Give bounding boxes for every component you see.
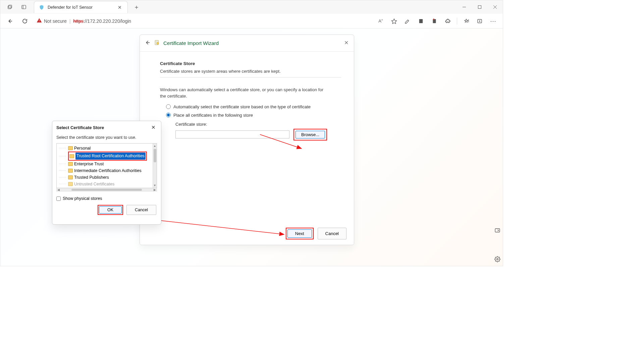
favorites-list-icon[interactable] bbox=[461, 15, 472, 27]
tree-item-trusted-root[interactable]: ⋯⋯Trusted Root Certification Authorities bbox=[59, 152, 153, 161]
certificate-store-input[interactable] bbox=[175, 130, 289, 138]
title-bar: Defender for IoT Sensor ✕ ＋ bbox=[0, 0, 503, 14]
tree-item-label: Intermediate Certification Authorities bbox=[74, 167, 142, 174]
browse-button[interactable]: Browse... bbox=[296, 131, 325, 138]
wizard-intro-text: Windows can automatically select a certi… bbox=[160, 87, 328, 100]
tree-item-trusted-publishers[interactable]: ⋯⋯Trusted Publishers bbox=[59, 174, 153, 181]
scroll-right-arrow-icon[interactable]: ▶ bbox=[154, 188, 156, 191]
tab-favicon-shield-icon bbox=[39, 5, 44, 10]
scroll-thumb-h[interactable] bbox=[71, 189, 142, 191]
svg-marker-9 bbox=[392, 19, 397, 23]
refresh-button[interactable] bbox=[19, 15, 31, 27]
wizard-body: Certificate Store Certificate stores are… bbox=[140, 52, 354, 140]
more-menu-icon[interactable]: ⋯ bbox=[487, 15, 499, 27]
selcert-title: Select Certificate Store bbox=[56, 125, 104, 130]
certificate-store-row: Browse... bbox=[175, 129, 340, 140]
maximize-button[interactable] bbox=[472, 0, 487, 14]
tab-title: Defender for IoT Sensor bbox=[48, 5, 113, 10]
show-physical-stores-row[interactable]: Show physical stores bbox=[56, 196, 157, 201]
selcert-header: Select Certificate Store ✕ bbox=[52, 121, 161, 134]
browser-tab[interactable]: Defender for IoT Sensor ✕ bbox=[34, 1, 128, 13]
address-bar[interactable]: Not secure | https://172.20.220.220/logi… bbox=[34, 18, 372, 24]
wizard-close-icon[interactable]: ✕ bbox=[342, 39, 350, 46]
warning-triangle-icon bbox=[37, 18, 42, 24]
selcert-cancel-button[interactable]: Cancel bbox=[126, 205, 156, 215]
radio-place[interactable] bbox=[166, 113, 171, 117]
show-physical-stores-checkbox[interactable] bbox=[56, 196, 61, 201]
option-auto-row[interactable]: Automatically select the certificate sto… bbox=[166, 104, 340, 109]
folder-icon bbox=[69, 154, 74, 158]
app-guard-icon[interactable] bbox=[474, 15, 485, 27]
window-controls bbox=[457, 0, 503, 14]
radio-auto[interactable] bbox=[166, 104, 171, 109]
url-text: https://172.20.220.220/login bbox=[73, 18, 131, 24]
tree-item-untrusted[interactable]: ⋯⋯Untrusted Certificates bbox=[59, 181, 153, 187]
favorites-star-icon[interactable] bbox=[388, 15, 400, 27]
toolbar-right-icons: A» ⋯ bbox=[375, 15, 499, 27]
minimize-button[interactable] bbox=[457, 0, 472, 14]
edit-pencil-icon[interactable] bbox=[402, 15, 413, 27]
next-emphasis-box: Next bbox=[286, 228, 314, 239]
cert-store-tree-inner[interactable]: ⋯⋯Personal ⋯⋯Trusted Root Certification … bbox=[57, 144, 153, 188]
option-place-row[interactable]: Place all certificates in the following … bbox=[166, 113, 340, 118]
folder-icon bbox=[68, 175, 73, 179]
folder-icon bbox=[68, 162, 73, 166]
wizard-divider bbox=[160, 77, 341, 77]
security-warning: Not secure bbox=[37, 18, 67, 24]
tab-close-icon[interactable]: ✕ bbox=[117, 5, 123, 10]
page-viewport: ✕ Certificate Import Wizard Certificate … bbox=[0, 29, 503, 266]
tree-horizontal-scrollbar[interactable]: ◀ ▶ bbox=[56, 188, 157, 191]
url-protocol-struck: https bbox=[73, 18, 83, 24]
tree-item-enterprise-trust[interactable]: ⋯⋯Enterprise Trust bbox=[59, 161, 153, 167]
selcert-prompt: Select the certificate store you want to… bbox=[52, 134, 161, 143]
not-secure-label: Not secure bbox=[44, 18, 67, 24]
svg-rect-2 bbox=[22, 5, 26, 9]
scroll-left-arrow-icon[interactable]: ◀ bbox=[57, 188, 60, 191]
wizard-back-icon[interactable] bbox=[145, 40, 151, 47]
wizard-footer: Next Cancel bbox=[286, 228, 346, 239]
settings-gear-icon[interactable] bbox=[494, 256, 501, 263]
folder-icon bbox=[68, 169, 73, 173]
next-button[interactable]: Next bbox=[287, 229, 312, 238]
cert-store-tree: ⋯⋯Personal ⋯⋯Trusted Root Certification … bbox=[56, 143, 157, 188]
workspaces-icon[interactable] bbox=[4, 1, 16, 13]
collections-book-icon[interactable] bbox=[415, 15, 427, 27]
radio-auto-label: Automatically select the certificate sto… bbox=[173, 104, 311, 109]
read-aloud-icon[interactable]: A» bbox=[375, 15, 386, 27]
sidebar-open-icon[interactable] bbox=[494, 227, 501, 234]
back-button[interactable] bbox=[4, 15, 16, 27]
wizard-header: Certificate Import Wizard bbox=[140, 35, 354, 52]
browser-window: Defender for IoT Sensor ✕ ＋ Not secure bbox=[0, 0, 503, 266]
tree-item-label: Untrusted Certificates bbox=[74, 181, 114, 187]
browse-emphasis-box: Browse... bbox=[293, 129, 327, 140]
scroll-thumb[interactable] bbox=[154, 149, 156, 162]
url-path: ://172.20.220.220/login bbox=[84, 18, 131, 24]
wizard-cert-icon bbox=[154, 40, 160, 47]
wizard-heading: Certificate Store bbox=[160, 61, 340, 66]
extensions-puzzle-icon[interactable] bbox=[442, 15, 453, 27]
radio-place-label: Place all certificates in the following … bbox=[173, 113, 253, 118]
folder-icon bbox=[68, 146, 73, 150]
browser-toolbar: Not secure | https://172.20.220.220/logi… bbox=[0, 14, 503, 29]
window-close-button[interactable] bbox=[487, 0, 503, 14]
scroll-down-arrow-icon[interactable]: ▼ bbox=[153, 184, 156, 187]
svg-point-27 bbox=[497, 259, 498, 260]
tab-actions-icon[interactable] bbox=[18, 1, 30, 13]
reading-list-icon[interactable] bbox=[429, 15, 440, 27]
show-physical-stores-label: Show physical stores bbox=[63, 196, 102, 201]
tree-vertical-scrollbar[interactable]: ▲ ▼ bbox=[153, 144, 157, 188]
folder-icon bbox=[68, 182, 73, 186]
tree-item-intermediate[interactable]: ⋯⋯Intermediate Certification Authorities bbox=[59, 167, 153, 174]
certificate-store-label: Certificate store: bbox=[175, 122, 340, 127]
selcert-close-icon[interactable]: ✕ bbox=[150, 124, 157, 130]
ok-button[interactable]: OK bbox=[99, 206, 122, 214]
scroll-up-arrow-icon[interactable]: ▲ bbox=[153, 144, 156, 148]
toolbar-separator bbox=[457, 18, 457, 24]
new-tab-button[interactable]: ＋ bbox=[131, 2, 142, 12]
tree-item-label-selected: Trusted Root Certification Authorities bbox=[75, 153, 146, 160]
tree-item-label: Enterprise Trust bbox=[74, 161, 104, 167]
svg-rect-12 bbox=[433, 18, 434, 20]
wizard-cancel-button[interactable]: Cancel bbox=[318, 228, 346, 239]
selected-emphasis-box: Trusted Root Certification Authorities bbox=[68, 152, 147, 161]
tree-item-personal[interactable]: ⋯⋯Personal bbox=[59, 145, 153, 152]
